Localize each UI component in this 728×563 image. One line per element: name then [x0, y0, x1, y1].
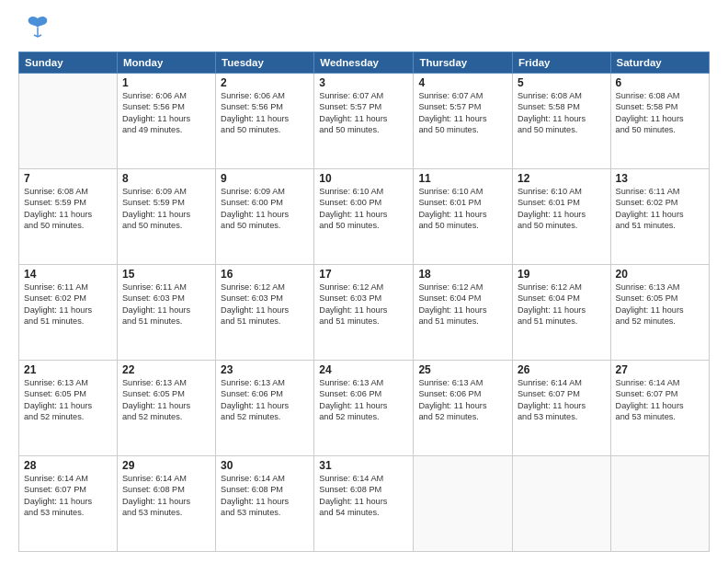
day-number: 6: [616, 76, 704, 89]
day-number: 23: [221, 363, 309, 376]
calendar-week-4: 28Sunrise: 6:14 AM Sunset: 6:07 PM Dayli…: [19, 456, 710, 552]
day-info: Sunrise: 6:09 AM Sunset: 5:59 PM Dayligh…: [122, 186, 210, 232]
calendar-cell: 23Sunrise: 6:13 AM Sunset: 6:06 PM Dayli…: [216, 361, 314, 456]
day-info: Sunrise: 6:14 AM Sunset: 6:07 PM Dayligh…: [616, 377, 704, 423]
calendar-cell: 5Sunrise: 6:08 AM Sunset: 5:58 PM Daylig…: [512, 74, 610, 169]
day-number: 17: [319, 268, 408, 281]
day-number: 14: [24, 268, 112, 281]
calendar-cell: 25Sunrise: 6:13 AM Sunset: 6:06 PM Dayli…: [414, 361, 513, 456]
day-info: Sunrise: 6:13 AM Sunset: 6:05 PM Dayligh…: [24, 377, 112, 423]
day-info: Sunrise: 6:14 AM Sunset: 6:08 PM Dayligh…: [122, 473, 210, 519]
calendar-cell: 30Sunrise: 6:14 AM Sunset: 6:08 PM Dayli…: [216, 456, 314, 552]
page: SundayMondayTuesdayWednesdayThursdayFrid…: [0, 0, 728, 563]
calendar-cell: 10Sunrise: 6:10 AM Sunset: 6:00 PM Dayli…: [314, 169, 414, 265]
weekday-header-friday: Friday: [512, 52, 610, 74]
calendar-week-1: 7Sunrise: 6:08 AM Sunset: 5:59 PM Daylig…: [19, 169, 710, 265]
day-number: 28: [24, 459, 112, 472]
day-number: 30: [221, 459, 309, 472]
day-number: 9: [221, 172, 309, 185]
calendar-cell: 11Sunrise: 6:10 AM Sunset: 6:01 PM Dayli…: [414, 169, 513, 265]
day-number: 11: [418, 172, 507, 185]
day-number: 20: [616, 268, 704, 281]
calendar-cell: 28Sunrise: 6:14 AM Sunset: 6:07 PM Dayli…: [19, 456, 118, 552]
weekday-header-sunday: Sunday: [19, 52, 118, 74]
calendar-cell: [19, 74, 118, 169]
day-number: 4: [418, 76, 507, 89]
calendar-cell: 17Sunrise: 6:12 AM Sunset: 6:03 PM Dayli…: [314, 265, 414, 361]
day-number: 16: [221, 268, 309, 281]
day-info: Sunrise: 6:12 AM Sunset: 6:03 PM Dayligh…: [319, 282, 408, 327]
calendar-week-2: 14Sunrise: 6:11 AM Sunset: 6:02 PM Dayli…: [19, 265, 710, 361]
day-number: 12: [518, 172, 606, 185]
day-number: 2: [221, 76, 309, 89]
day-info: Sunrise: 6:13 AM Sunset: 6:05 PM Dayligh…: [616, 282, 704, 327]
day-number: 18: [418, 268, 507, 281]
day-info: Sunrise: 6:09 AM Sunset: 6:00 PM Dayligh…: [221, 186, 309, 232]
day-number: 21: [24, 363, 112, 376]
day-number: 3: [319, 76, 408, 89]
day-number: 31: [319, 459, 408, 472]
calendar-cell: 4Sunrise: 6:07 AM Sunset: 5:57 PM Daylig…: [414, 74, 513, 169]
calendar-cell: 18Sunrise: 6:12 AM Sunset: 6:04 PM Dayli…: [414, 265, 513, 361]
calendar-cell: 3Sunrise: 6:07 AM Sunset: 5:57 PM Daylig…: [314, 74, 414, 169]
calendar-cell: 20Sunrise: 6:13 AM Sunset: 6:05 PM Dayli…: [610, 265, 709, 361]
day-info: Sunrise: 6:12 AM Sunset: 6:03 PM Dayligh…: [221, 282, 309, 327]
day-info: Sunrise: 6:10 AM Sunset: 6:00 PM Dayligh…: [319, 186, 408, 232]
calendar-table: SundayMondayTuesdayWednesdayThursdayFrid…: [18, 52, 710, 552]
calendar-cell: 2Sunrise: 6:06 AM Sunset: 5:56 PM Daylig…: [216, 74, 314, 169]
weekday-header-wednesday: Wednesday: [314, 52, 414, 74]
calendar-cell: 22Sunrise: 6:13 AM Sunset: 6:05 PM Dayli…: [117, 361, 215, 456]
day-info: Sunrise: 6:07 AM Sunset: 5:57 PM Dayligh…: [319, 90, 408, 136]
calendar-cell: 9Sunrise: 6:09 AM Sunset: 6:00 PM Daylig…: [216, 169, 314, 265]
day-info: Sunrise: 6:08 AM Sunset: 5:59 PM Dayligh…: [24, 186, 112, 232]
day-info: Sunrise: 6:07 AM Sunset: 5:57 PM Dayligh…: [418, 90, 507, 136]
day-info: Sunrise: 6:08 AM Sunset: 5:58 PM Dayligh…: [518, 90, 606, 136]
day-info: Sunrise: 6:10 AM Sunset: 6:01 PM Dayligh…: [518, 186, 606, 232]
day-number: 29: [122, 459, 210, 472]
day-info: Sunrise: 6:13 AM Sunset: 6:05 PM Dayligh…: [122, 377, 210, 423]
calendar-cell: 26Sunrise: 6:14 AM Sunset: 6:07 PM Dayli…: [512, 361, 610, 456]
calendar-cell: 31Sunrise: 6:14 AM Sunset: 6:08 PM Dayli…: [314, 456, 414, 552]
day-info: Sunrise: 6:10 AM Sunset: 6:01 PM Dayligh…: [418, 186, 507, 232]
day-info: Sunrise: 6:14 AM Sunset: 6:07 PM Dayligh…: [24, 473, 112, 519]
day-info: Sunrise: 6:11 AM Sunset: 6:03 PM Dayligh…: [122, 282, 210, 327]
day-number: 22: [122, 363, 210, 376]
calendar-cell: 27Sunrise: 6:14 AM Sunset: 6:07 PM Dayli…: [610, 361, 709, 456]
day-info: Sunrise: 6:11 AM Sunset: 6:02 PM Dayligh…: [24, 282, 112, 327]
calendar-week-3: 21Sunrise: 6:13 AM Sunset: 6:05 PM Dayli…: [19, 361, 710, 456]
calendar-cell: [512, 456, 610, 552]
weekday-header-saturday: Saturday: [610, 52, 709, 74]
day-info: Sunrise: 6:06 AM Sunset: 5:56 PM Dayligh…: [221, 90, 309, 136]
calendar-cell: 8Sunrise: 6:09 AM Sunset: 5:59 PM Daylig…: [117, 169, 215, 265]
calendar-cell: 13Sunrise: 6:11 AM Sunset: 6:02 PM Dayli…: [610, 169, 709, 265]
calendar-cell: 29Sunrise: 6:14 AM Sunset: 6:08 PM Dayli…: [117, 456, 215, 552]
calendar-cell: 12Sunrise: 6:10 AM Sunset: 6:01 PM Dayli…: [512, 169, 610, 265]
calendar-cell: 24Sunrise: 6:13 AM Sunset: 6:06 PM Dayli…: [314, 361, 414, 456]
day-info: Sunrise: 6:06 AM Sunset: 5:56 PM Dayligh…: [122, 90, 210, 136]
calendar-cell: 7Sunrise: 6:08 AM Sunset: 5:59 PM Daylig…: [19, 169, 118, 265]
day-info: Sunrise: 6:13 AM Sunset: 6:06 PM Dayligh…: [221, 377, 309, 423]
day-number: 7: [24, 172, 112, 185]
day-number: 25: [418, 363, 507, 376]
day-number: 5: [518, 76, 606, 89]
calendar-week-0: 1Sunrise: 6:06 AM Sunset: 5:56 PM Daylig…: [19, 74, 710, 169]
day-info: Sunrise: 6:14 AM Sunset: 6:07 PM Dayligh…: [518, 377, 606, 423]
day-number: 26: [518, 363, 606, 376]
day-info: Sunrise: 6:12 AM Sunset: 6:04 PM Dayligh…: [518, 282, 606, 327]
header: [18, 17, 710, 42]
day-number: 19: [518, 268, 606, 281]
day-info: Sunrise: 6:14 AM Sunset: 6:08 PM Dayligh…: [221, 473, 309, 519]
day-info: Sunrise: 6:11 AM Sunset: 6:02 PM Dayligh…: [616, 186, 704, 232]
logo: [18, 17, 51, 42]
day-info: Sunrise: 6:14 AM Sunset: 6:08 PM Dayligh…: [319, 473, 408, 519]
calendar-cell: [414, 456, 513, 552]
weekday-header-monday: Monday: [117, 52, 215, 74]
calendar-cell: 14Sunrise: 6:11 AM Sunset: 6:02 PM Dayli…: [19, 265, 118, 361]
calendar-cell: 21Sunrise: 6:13 AM Sunset: 6:05 PM Dayli…: [19, 361, 118, 456]
logo-bird-icon: [25, 13, 51, 42]
day-number: 15: [122, 268, 210, 281]
calendar-cell: 1Sunrise: 6:06 AM Sunset: 5:56 PM Daylig…: [117, 74, 215, 169]
day-info: Sunrise: 6:12 AM Sunset: 6:04 PM Dayligh…: [418, 282, 507, 327]
day-info: Sunrise: 6:08 AM Sunset: 5:58 PM Dayligh…: [616, 90, 704, 136]
day-info: Sunrise: 6:13 AM Sunset: 6:06 PM Dayligh…: [418, 377, 507, 423]
